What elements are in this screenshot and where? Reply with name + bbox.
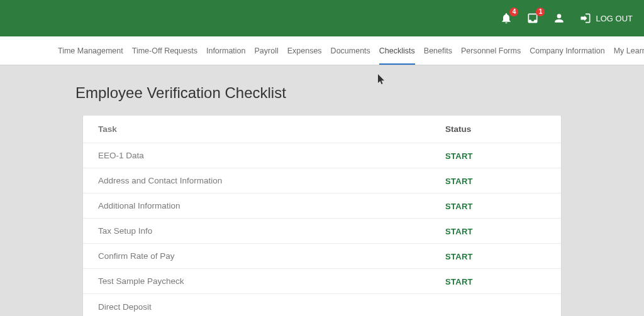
status-cell: START [445, 276, 546, 287]
task-label: Address and Contact Information [98, 176, 445, 185]
page-title: Employee Verification Checklist [75, 84, 644, 102]
nav-item-benefits[interactable]: Benefits [424, 38, 452, 64]
page-content: Employee Verification Checklist Task Sta… [0, 65, 644, 316]
start-button[interactable]: START [445, 202, 473, 211]
column-status: Status [445, 124, 546, 134]
nav-item-checklists[interactable]: Checklists [379, 38, 415, 64]
task-label: Additional Information [98, 201, 445, 210]
task-label: Confirm Rate of Pay [98, 251, 445, 261]
start-button[interactable]: START [445, 227, 473, 236]
nav-item-expenses[interactable]: Expenses [287, 38, 322, 64]
table-header: Task Status [83, 116, 561, 143]
table-row: EEO-1 DataSTART [83, 143, 561, 168]
nav-bar: Time ManagementTime-Off RequestsInformat… [0, 36, 644, 65]
start-button[interactable]: START [445, 277, 473, 286]
nav-item-time-off-requests[interactable]: Time-Off Requests [132, 38, 197, 64]
status-cell: START [445, 226, 546, 237]
notifications-button[interactable]: 4 [500, 12, 513, 25]
start-button[interactable]: START [445, 151, 473, 161]
task-label: EEO-1 Data [98, 151, 445, 160]
person-icon [553, 12, 565, 25]
logout-icon [579, 12, 592, 25]
table-row: Tax Setup InfoSTART [83, 219, 561, 244]
status-cell: START [445, 251, 546, 262]
checklist-card: Task Status EEO-1 DataSTARTAddress and C… [83, 116, 561, 316]
nav-item-payroll[interactable]: Payroll [254, 38, 278, 64]
nav-item-time-management[interactable]: Time Management [58, 38, 123, 64]
status-cell: START [445, 175, 546, 187]
status-cell: START [445, 150, 546, 161]
table-row: Test Sample PaycheckSTART [83, 269, 561, 294]
start-button[interactable]: START [445, 252, 473, 261]
start-button[interactable]: START [445, 177, 473, 186]
status-cell: START [445, 200, 546, 212]
table-row: Direct Deposit [83, 294, 561, 316]
task-label: Direct Deposit [98, 302, 445, 312]
task-label: Test Sample Paycheck [98, 276, 445, 286]
table-row: Additional InformationSTART [83, 193, 561, 219]
inbox-button[interactable]: 1 [526, 12, 539, 25]
logout-label: LOG OUT [596, 14, 633, 23]
table-row: Confirm Rate of PaySTART [83, 244, 561, 269]
nav-item-company-information[interactable]: Company Information [530, 38, 605, 64]
profile-button[interactable] [553, 12, 565, 25]
top-bar: 4 1 LOG OUT [0, 0, 644, 36]
notifications-badge: 4 [509, 8, 518, 16]
table-row: Address and Contact InformationSTART [83, 168, 561, 193]
nav-item-information[interactable]: Information [206, 38, 246, 64]
logout-button[interactable]: LOG OUT [579, 12, 633, 25]
inbox-badge: 1 [536, 8, 545, 16]
task-label: Tax Setup Info [98, 226, 445, 236]
nav-item-documents[interactable]: Documents [331, 38, 370, 64]
nav-item-personnel-forms[interactable]: Personnel Forms [461, 38, 521, 64]
nav-item-my-learning[interactable]: My Learning [614, 38, 644, 64]
column-task: Task [98, 124, 445, 134]
